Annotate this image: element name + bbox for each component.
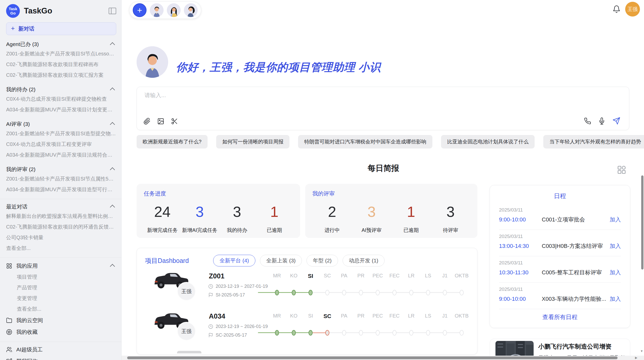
paperclip-icon[interactable] bbox=[143, 118, 151, 125]
suggestion-chips: 欧洲新规最近颁布了什么? 如何写一份清晰的项目周报 特朗普可能对进口汽车增税会对… bbox=[137, 135, 644, 148]
filter-chip-model-year[interactable]: 年型 (2) bbox=[306, 255, 338, 266]
sidebar-item-cloud-space[interactable]: 我的云空间 bbox=[6, 315, 116, 326]
join-link[interactable]: 加入 bbox=[610, 269, 621, 276]
send-icon[interactable] bbox=[612, 117, 620, 125]
vertical-scrollbar-thumb[interactable] bbox=[641, 175, 643, 269]
scroll-down-arrow[interactable]: ▼ bbox=[640, 349, 643, 353]
project-owner-badge: 王强 bbox=[177, 322, 196, 341]
project-flag-date: SC-2025-05-17 bbox=[216, 333, 247, 338]
stat-value: 1 bbox=[256, 203, 293, 220]
schedule-time: 9:00-10:00 bbox=[499, 296, 542, 302]
milestone-dot bbox=[460, 330, 464, 336]
user-avatar[interactable]: 王强 bbox=[625, 2, 640, 17]
daily-briefing-title: 每日简报 bbox=[137, 163, 630, 174]
sidebar-section-agent-done[interactable]: Agent已办 (3) bbox=[6, 40, 116, 48]
conversation-item[interactable]: A034-全新新能源MUV产品开发项目造型可行性评审 bbox=[6, 184, 116, 195]
suggestion-chip[interactable]: 特朗普可能对进口汽车增税会对中国车企造成哪些影响 bbox=[298, 135, 432, 148]
app-link-project-mgmt[interactable]: 项目管理 bbox=[6, 272, 116, 282]
sidebar-section-recent[interactable]: 最近对话 bbox=[6, 203, 116, 211]
schedule-card: 日程 2025/03/11 9:00-10:00 C001-立项审批会 加入 2… bbox=[490, 185, 630, 328]
filter-chip-new-platform[interactable]: 全新平台 (4) bbox=[213, 255, 255, 266]
sidebar-section-my-todo[interactable]: 我的待办 (2) bbox=[6, 85, 116, 94]
layout-grid-icon[interactable] bbox=[617, 165, 627, 175]
view-all-schedule-link[interactable]: 查看所有日程 bbox=[490, 313, 630, 321]
task-progress-card: 任务进度 24新增完成任务 3新增AI完成任务 3我的待办 1已逾期 bbox=[137, 184, 300, 238]
suggestion-chip[interactable]: 欧洲新规最近颁布了什么? bbox=[137, 135, 208, 148]
conversation-item[interactable]: A034-全新新能源MUV产品开发项目计划变更表编写 bbox=[6, 104, 116, 115]
quick-actions-bar: + bbox=[129, 2, 201, 19]
stat-value: 2 bbox=[312, 203, 352, 220]
scissors-icon[interactable] bbox=[171, 118, 178, 125]
schedule-time: 10:30-11:30 bbox=[499, 269, 542, 276]
chat-input[interactable] bbox=[144, 91, 577, 117]
chevron-up-icon[interactable] bbox=[110, 264, 115, 269]
milestone-dot bbox=[443, 330, 447, 336]
schedule-name: C005-整车工程目标评审 bbox=[542, 269, 610, 276]
filter-chip-new-body[interactable]: 全新上装 (3) bbox=[260, 255, 302, 266]
chevron-up-icon[interactable] bbox=[110, 167, 115, 172]
recent-conversation-item[interactable]: 公司Q3轻卡销量 bbox=[6, 232, 116, 243]
avatar[interactable] bbox=[184, 3, 198, 17]
milestone-dot bbox=[460, 290, 464, 295]
stat: 2进行中 bbox=[312, 203, 352, 234]
conversation-item[interactable]: Z001-全新燃油轻卡产品开发项目SI节点属性5D文件评审 bbox=[6, 173, 116, 184]
conversation-item[interactable]: C02-飞腾新能源轻客改款项目里程碑画布 bbox=[6, 59, 116, 70]
join-link[interactable]: 加入 bbox=[610, 216, 621, 223]
sidebar-collapse-icon[interactable] bbox=[109, 8, 116, 14]
suggestion-chip[interactable]: 当下年轻人对汽车外观有怎样的喜好趋势 bbox=[543, 135, 644, 148]
sidebar-item-my-apps[interactable]: 我的应用 bbox=[6, 260, 116, 272]
chevron-up-icon[interactable] bbox=[110, 205, 115, 210]
sidebar-item-favorites[interactable]: 我的收藏 bbox=[6, 326, 116, 338]
sidebar-section-ai-review[interactable]: AI评审 (3) bbox=[6, 120, 116, 128]
divider bbox=[0, 342, 121, 342]
stat-value: 3 bbox=[352, 203, 391, 220]
conversation-item[interactable]: Z001-全新燃油轻卡产品开发项目SI造型提交物评审 bbox=[6, 128, 116, 139]
chevron-up-icon[interactable] bbox=[110, 87, 115, 93]
schedule-item: 2025/03/11 10:30-11:30 C005-整车工程目标评审 加入 bbox=[499, 257, 621, 283]
composer-attachments bbox=[143, 118, 178, 125]
add-contact-button[interactable]: + bbox=[133, 3, 147, 17]
apps-grid-icon bbox=[6, 263, 12, 269]
next-project-peek bbox=[177, 351, 201, 353]
app-link-change-mgmt[interactable]: 变更管理 bbox=[6, 293, 116, 304]
avatar[interactable] bbox=[167, 3, 181, 17]
conversation-item[interactable]: Z001-全新燃油皮卡产品开发项目SI节点Lesson Learn报告 bbox=[6, 48, 116, 59]
conversation-item[interactable]: C0X4-动力总成开发项目工程变更评审 bbox=[6, 139, 116, 149]
milestone-label: PA bbox=[336, 313, 353, 320]
microphone-icon[interactable] bbox=[598, 117, 605, 125]
divider bbox=[499, 230, 621, 230]
conversation-item[interactable]: C02-飞腾新能源轻客改款项目立项汇报方案 bbox=[6, 70, 116, 80]
avatar[interactable] bbox=[150, 3, 164, 17]
divider bbox=[499, 282, 621, 283]
new-chat-button[interactable]: + 新对话 bbox=[6, 22, 116, 35]
chevron-up-icon[interactable] bbox=[110, 42, 115, 47]
app-link-product-mgmt[interactable]: 产品管理 bbox=[6, 282, 116, 293]
chevron-up-icon[interactable] bbox=[110, 122, 115, 127]
conversation-item[interactable]: C0X4-动力总成开发项目SI里程碑提交物检查 bbox=[6, 94, 116, 104]
sidebar-item-ai-super-staff[interactable]: AI超级员工 bbox=[6, 344, 116, 355]
horizontal-scrollbar[interactable]: ▶ bbox=[122, 356, 644, 360]
conversation-item[interactable]: A034-全新新能源MUV产品开发项目法规符合性评审 bbox=[6, 149, 116, 160]
join-link[interactable]: 加入 bbox=[610, 295, 621, 303]
notifications-bell-icon[interactable] bbox=[612, 5, 621, 13]
image-icon[interactable] bbox=[157, 118, 164, 125]
scroll-right-arrow[interactable]: ▶ bbox=[635, 356, 637, 359]
join-link[interactable]: 加入 bbox=[610, 242, 621, 250]
stat-label: 待评审 bbox=[431, 227, 470, 234]
sidebar-section-my-review[interactable]: 我的评审 (2) bbox=[6, 165, 116, 173]
owner-name: 王强 bbox=[181, 288, 192, 295]
milestone-label: PA bbox=[336, 273, 353, 279]
horizontal-scrollbar-thumb[interactable] bbox=[127, 356, 618, 359]
filter-chip-powertrain[interactable]: 动总开发 (1) bbox=[343, 255, 385, 266]
suggestion-chip[interactable]: 比亚迪全固态电池计划具体说了什么 bbox=[441, 135, 535, 148]
phone-icon[interactable] bbox=[584, 117, 591, 125]
view-all-apps[interactable]: 查看全部... bbox=[6, 304, 116, 314]
suggestion-chip[interactable]: 如何写一份清晰的项目周报 bbox=[216, 135, 289, 148]
view-all-conversations[interactable]: 查看全部... bbox=[6, 243, 116, 253]
stat-value: 3 bbox=[431, 203, 470, 220]
milestone-label: LS bbox=[420, 273, 436, 279]
recent-conversation-item[interactable]: 解释最新出台的欧盟报废车法规再生塑料比例被调至15%... bbox=[6, 211, 116, 221]
milestone-dot bbox=[376, 290, 380, 295]
recent-conversation-item[interactable]: C02-飞腾新能源轻客改款项目的闭环通告反馈情况 bbox=[6, 221, 116, 232]
sidebar-item-help-me-write[interactable]: 帮我写作 bbox=[6, 356, 116, 360]
